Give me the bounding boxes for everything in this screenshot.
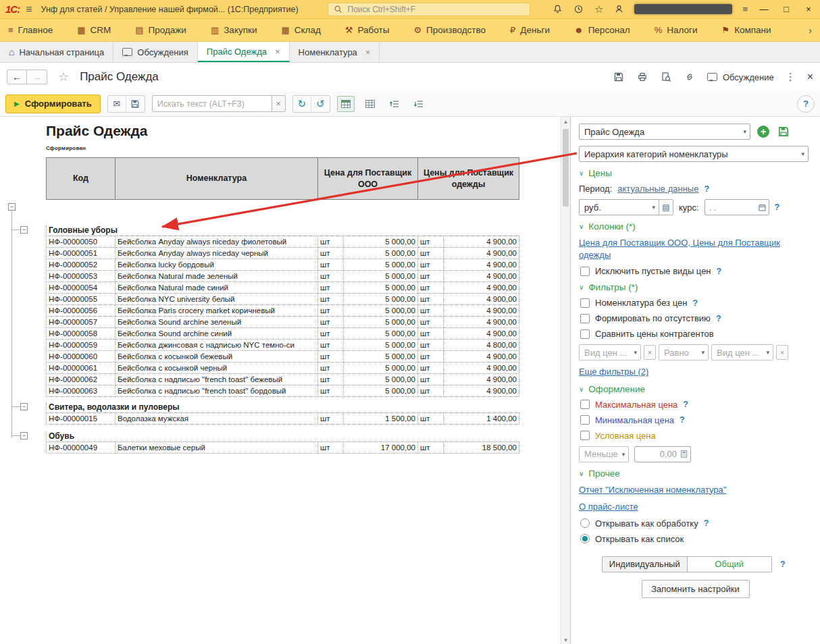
tab-price-clothes[interactable]: Прайс Одежда× bbox=[198, 42, 290, 62]
cell-code[interactable]: НФ-00000050 bbox=[47, 236, 116, 248]
send-email-button[interactable]: ✉ bbox=[108, 96, 126, 112]
price-row[interactable]: НФ-00000055Бейсболка NYC university белы… bbox=[47, 294, 519, 305]
get-link-icon[interactable] bbox=[684, 71, 696, 83]
cell-price[interactable]: 5 000,00 bbox=[344, 328, 418, 340]
cell-unit[interactable]: шт bbox=[418, 236, 444, 248]
scrollbar-thumb[interactable] bbox=[563, 129, 569, 207]
cell-name[interactable]: Бейсболка Anyday always niceday фиолетов… bbox=[116, 236, 318, 248]
add-variant-button[interactable]: + bbox=[756, 124, 771, 139]
cell-unit[interactable]: шт bbox=[318, 271, 344, 282]
tab-close-icon[interactable]: × bbox=[275, 47, 280, 57]
grid-view-button[interactable] bbox=[361, 96, 379, 112]
cell-unit[interactable]: шт bbox=[418, 413, 444, 425]
cell-name[interactable]: Бейсболка NYC university белый bbox=[116, 294, 318, 305]
cell-price[interactable]: 4 900,00 bbox=[444, 236, 519, 248]
main-menu-icon[interactable]: ≡ bbox=[26, 3, 32, 16]
cell-unit[interactable]: шт bbox=[418, 374, 444, 385]
cell-unit[interactable]: шт bbox=[318, 282, 344, 294]
checkbox-nomenclature-without-prices[interactable]: Номенклатура без цен ? bbox=[580, 298, 812, 308]
save-variant-button[interactable] bbox=[776, 124, 791, 139]
cell-price[interactable]: 5 000,00 bbox=[344, 351, 418, 363]
cell-unit[interactable]: шт bbox=[318, 248, 344, 259]
checkbox-exclude-empty-prices[interactable]: Исключить пустые виды цен ? bbox=[580, 266, 812, 276]
cell-price[interactable]: 4 900,00 bbox=[444, 385, 519, 397]
cell-code[interactable]: НФ-00000049 bbox=[47, 442, 116, 454]
cell-name[interactable]: Бейсболка Sound archine зеленый bbox=[116, 317, 318, 328]
price-row[interactable]: НФ-00000051Бейсболка Anyday always niced… bbox=[47, 248, 519, 259]
ribbon-item-staff[interactable]: ☻Персонал bbox=[574, 25, 630, 35]
scroll-down-icon[interactable]: ▼ bbox=[561, 635, 570, 644]
cell-unit[interactable]: шт bbox=[418, 248, 444, 259]
cell-price[interactable]: 4 900,00 bbox=[444, 294, 519, 305]
ribbon-item-taxes[interactable]: %Налоги bbox=[655, 25, 698, 35]
price-row[interactable]: НФ-00000015Водолазка мужскаяшт1 500,00шт… bbox=[47, 413, 519, 425]
cell-unit[interactable]: шт bbox=[418, 328, 444, 340]
grid-settings-button[interactable] bbox=[337, 96, 355, 112]
save-icon[interactable] bbox=[613, 71, 625, 83]
condition-combo[interactable]: Меньше ▾ bbox=[579, 446, 629, 462]
cell-name[interactable]: Бейсболка с косынкой бежевый bbox=[116, 351, 318, 363]
cell-unit[interactable]: шт bbox=[418, 271, 444, 282]
global-search[interactable]: Поиск Ctrl+Shift+F bbox=[328, 3, 530, 16]
group-row[interactable]: Головные уборы bbox=[47, 225, 519, 236]
cell-price[interactable]: 18 500,00 bbox=[444, 442, 519, 454]
comparison-combo[interactable]: Равно ▾ bbox=[659, 344, 709, 360]
section-prices-header[interactable]: ∨ Цены bbox=[579, 168, 812, 178]
ribbon-item-company[interactable]: ⚑Компани bbox=[721, 25, 771, 35]
clear-field-icon[interactable]: × bbox=[776, 345, 788, 360]
section-other-header[interactable]: ∨ Прочее bbox=[579, 468, 812, 479]
price-row[interactable]: НФ-00000052Бейсболка lucky бордовыйшт5 0… bbox=[47, 259, 519, 271]
cell-price[interactable]: 4 900,00 bbox=[444, 351, 519, 363]
columns-list-link[interactable]: Цена для Поставщик ООО, Цены для Поставщ… bbox=[579, 237, 812, 261]
ribbon-item-sales[interactable]: ▤Продажи bbox=[135, 25, 186, 35]
cell-name[interactable]: Бейсболка с надписью "french toast" беже… bbox=[116, 374, 318, 385]
cell-price[interactable]: 17 000,00 bbox=[344, 442, 418, 454]
find-text-input[interactable] bbox=[152, 95, 272, 112]
cell-unit[interactable]: шт bbox=[318, 328, 344, 340]
cell-price[interactable]: 4 900,00 bbox=[444, 374, 519, 385]
favorite-star-icon[interactable]: ☆ bbox=[58, 70, 69, 84]
cell-code[interactable]: НФ-00000058 bbox=[47, 328, 116, 340]
notifications-bell-icon[interactable] bbox=[553, 4, 563, 15]
cell-price[interactable]: 5 000,00 bbox=[344, 248, 418, 259]
cell-unit[interactable]: шт bbox=[318, 340, 344, 351]
cell-name[interactable]: Бейсболка Anyday always niceday черный bbox=[116, 248, 318, 259]
scroll-up-icon[interactable]: ▲ bbox=[561, 117, 570, 126]
report-variant-combo[interactable]: Прайс Одежда ▾ bbox=[579, 124, 750, 140]
radio-open-as-list[interactable]: Открывать как список bbox=[580, 534, 812, 544]
tab-nomenclature[interactable]: Номенклатура× bbox=[290, 42, 380, 62]
period-value-link[interactable]: актуальные данные bbox=[617, 184, 698, 194]
radio-open-as-processing[interactable]: Открывать как обработку ? bbox=[580, 518, 812, 529]
cell-unit[interactable]: шт bbox=[318, 442, 344, 454]
help-icon[interactable]: ? bbox=[680, 415, 685, 425]
ribbon-item-crm[interactable]: ▦CRM bbox=[77, 25, 111, 35]
amount-input[interactable]: 0,00 bbox=[634, 446, 691, 462]
cell-code[interactable]: НФ-00000053 bbox=[47, 271, 116, 282]
cell-name[interactable]: Водолазка мужская bbox=[116, 413, 318, 425]
cell-code[interactable]: НФ-00000060 bbox=[47, 351, 116, 363]
cell-unit[interactable]: шт bbox=[318, 294, 344, 305]
col-header-price-supplier-clothes[interactable]: Цены для Поставщик одежды bbox=[418, 158, 519, 200]
refresh-all-button[interactable]: ↺ bbox=[311, 96, 330, 112]
cell-price[interactable]: 5 000,00 bbox=[344, 271, 418, 282]
cell-price[interactable]: 5 000,00 bbox=[344, 374, 418, 385]
cell-price[interactable]: 4 800,00 bbox=[444, 340, 519, 351]
history-icon[interactable] bbox=[573, 4, 584, 15]
price-kind-combo-2[interactable]: Вид цен ... ▾ bbox=[711, 344, 773, 360]
user-icon[interactable] bbox=[613, 4, 624, 15]
cell-price[interactable]: 5 000,00 bbox=[344, 294, 418, 305]
print-icon[interactable] bbox=[636, 71, 648, 83]
price-row[interactable]: НФ-00000062Бейсболка с надписью "french … bbox=[47, 374, 519, 385]
collapse-groups-button[interactable] bbox=[386, 96, 403, 112]
price-row[interactable]: НФ-00000063Бейсболка с надписью "french … bbox=[47, 385, 519, 397]
cell-price[interactable]: 4 900,00 bbox=[444, 363, 519, 374]
ribbon-item-production[interactable]: ⚙Производство bbox=[413, 25, 486, 35]
help-icon[interactable]: ? bbox=[780, 560, 786, 569]
group-row[interactable]: Свитера, водолазки и пуловеры bbox=[47, 402, 519, 413]
maximize-button[interactable]: □ bbox=[780, 4, 792, 14]
price-row[interactable]: НФ-00000058Бейсболка Sound archine синий… bbox=[47, 328, 519, 340]
cell-price[interactable]: 4 900,00 bbox=[444, 259, 519, 271]
cell-unit[interactable]: шт bbox=[318, 259, 344, 271]
cell-code[interactable]: НФ-00000057 bbox=[47, 317, 116, 328]
price-row[interactable]: НФ-00000056Бейсболка Paris crocery marke… bbox=[47, 305, 519, 317]
